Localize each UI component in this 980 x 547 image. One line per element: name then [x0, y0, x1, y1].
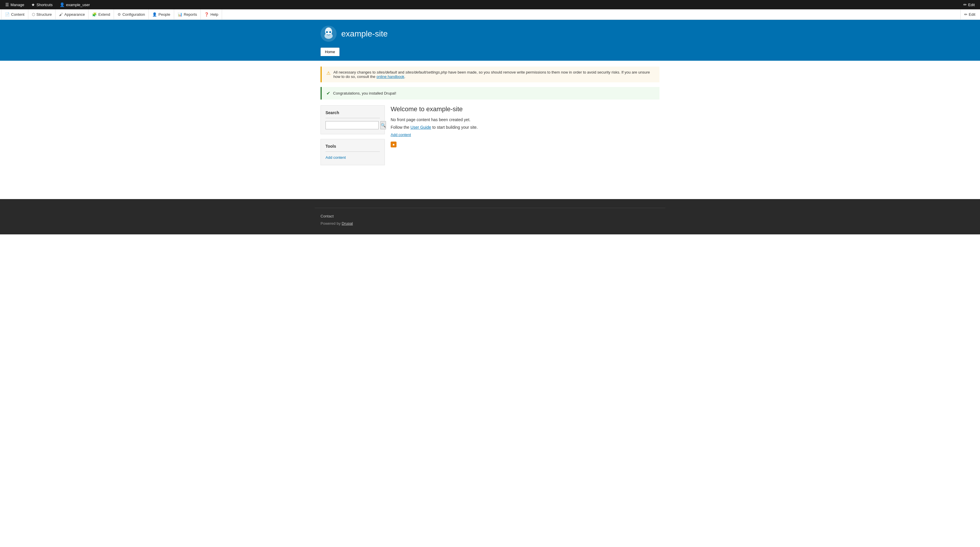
content-icon: 📄	[5, 12, 10, 17]
site-footer: Contact Powered by Drupal	[0, 199, 980, 235]
main-content: ⚠ All necessary changes to sites/default…	[315, 61, 665, 176]
online-handbook-link[interactable]: online handbook	[376, 75, 404, 79]
shortcuts-button[interactable]: ★ Shortcuts	[28, 0, 56, 10]
search-form: 🔍	[326, 121, 380, 129]
hamburger-icon: ☰	[5, 2, 9, 7]
star-icon: ★	[31, 2, 35, 7]
tools-title: Tools	[326, 144, 380, 149]
warning-icon: ⚠	[326, 70, 331, 76]
content-layout: Search 🔍 Tools Add content Welcome to ex…	[321, 105, 659, 170]
manage-button[interactable]: ☰ Manage	[2, 0, 27, 10]
warning-path2: sites/default/settings.php	[405, 70, 447, 75]
configuration-icon: ⚙	[118, 12, 121, 17]
sidebar: Search 🔍 Tools Add content	[321, 105, 385, 170]
contact-link[interactable]: Contact	[321, 214, 659, 218]
nav-appearance[interactable]: 🖌 Appearance	[56, 10, 89, 20]
user-icon: 👤	[60, 2, 65, 7]
warning-message: ⚠ All necessary changes to sites/default…	[321, 67, 659, 82]
tools-block: Tools Add content	[321, 139, 385, 165]
success-message: ✔ Congratulations, you installed Drupal!	[321, 87, 659, 100]
search-input[interactable]	[326, 121, 379, 129]
footer-powered: Powered by Drupal	[321, 221, 659, 226]
nav-home-tab[interactable]: Home	[321, 48, 339, 56]
admin-toolbar: ☰ Manage ★ Shortcuts 👤 example_user ✏ Ed…	[0, 0, 980, 10]
appearance-icon: 🖌	[59, 12, 63, 17]
checkmark-icon: ✔	[326, 90, 330, 96]
nav-extend[interactable]: 🧩 Extend	[89, 10, 114, 20]
add-content-sidebar-link[interactable]: Add content	[326, 155, 380, 160]
people-icon: 👤	[152, 12, 157, 17]
nav-configuration[interactable]: ⚙ Configuration	[114, 10, 149, 20]
edit-button[interactable]: ✏ Edit	[961, 0, 978, 10]
structure-icon: ⬡	[32, 12, 35, 17]
footer-inner: Contact Powered by Drupal	[315, 208, 665, 226]
reports-icon: 📊	[178, 12, 182, 17]
search-title: Search	[326, 110, 380, 115]
help-icon: ❓	[204, 12, 209, 17]
welcome-title: Welcome to example-site	[391, 105, 659, 113]
svg-point-4	[329, 31, 331, 33]
primary-nav: Home	[321, 48, 659, 56]
svg-point-2	[325, 33, 333, 39]
welcome-para1: No front page content has been created y…	[391, 116, 659, 123]
main-body: Welcome to example-site No front page co…	[391, 105, 659, 147]
nav-help[interactable]: ❓ Help	[201, 10, 222, 20]
search-icon: 🔍	[381, 123, 386, 128]
warning-path1: sites/default	[377, 70, 397, 75]
rss-icon[interactable]: ■	[391, 141, 396, 147]
site-logo	[321, 26, 337, 42]
nav-people[interactable]: 👤 People	[149, 10, 174, 20]
drupal-link[interactable]: Drupal	[342, 221, 353, 226]
secondary-nav: 📄 Content ⬡ Structure 🖌 Appearance 🧩 Ext…	[0, 10, 980, 20]
search-button[interactable]: 🔍	[380, 121, 386, 129]
pencil-icon: ✏	[963, 2, 967, 7]
add-content-main-link[interactable]: Add content	[391, 133, 659, 137]
user-guide-link[interactable]: User Guide	[410, 125, 431, 130]
nav-structure[interactable]: ⬡ Structure	[28, 10, 56, 20]
warning-text: All necessary changes to sites/default a…	[333, 70, 655, 79]
site-branding: example-site	[321, 26, 659, 42]
nav-content[interactable]: 📄 Content	[1, 10, 28, 20]
nav-reports[interactable]: 📊 Reports	[174, 10, 201, 20]
site-name: example-site	[341, 29, 388, 38]
welcome-para2: Follow the User Guide to start building …	[391, 124, 659, 130]
site-header: My account Log out example-site Home	[0, 20, 980, 61]
search-block: Search 🔍	[321, 105, 385, 134]
pencil-icon-2: ✏	[964, 12, 967, 17]
svg-point-3	[326, 31, 328, 33]
nav-edit-button[interactable]: ✏ Edit	[961, 10, 979, 20]
extend-icon: 🧩	[92, 12, 97, 17]
user-button[interactable]: 👤 example_user	[57, 0, 93, 10]
